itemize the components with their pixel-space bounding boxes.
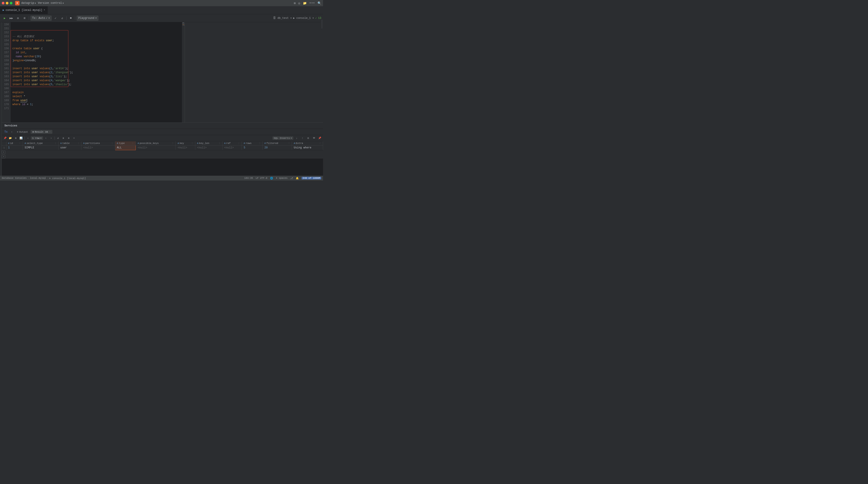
compare-button[interactable]: ⊟ <box>306 136 311 141</box>
import-button[interactable]: ↑ <box>300 136 305 141</box>
breadcrumb-console: ⊳ console_1 [local-mysql] <box>49 177 86 180</box>
playground-dropdown[interactable]: Playground ▾ <box>76 15 98 21</box>
cancel-query-button[interactable]: ⊗ <box>61 136 66 141</box>
cell-select-type: SIMPLE <box>23 146 59 150</box>
col-header-select-type[interactable]: A select_type ⋮ <box>23 141 59 146</box>
col-header-table[interactable]: A table ⋮ <box>58 141 81 146</box>
status-left: Database Consoles › local-mysql › ⊳ cons… <box>2 177 86 180</box>
code-line-151 <box>12 27 182 31</box>
partitions-col-sort[interactable]: ⋮ <box>111 142 113 144</box>
editor-inner: 150 151 152 153 154 155 156 157 158 159 … <box>2 22 185 123</box>
add-row-button[interactable]: + <box>72 136 76 141</box>
stop-button[interactable]: ■ <box>68 15 74 21</box>
cell-partitions: <null> <box>82 146 115 150</box>
tx-chevron-icon: ▾ <box>49 17 50 20</box>
code-editor[interactable]: 150 151 152 153 154 155 156 157 158 159 … <box>2 22 185 123</box>
key-col-sort[interactable]: ⋮ <box>191 142 193 144</box>
folder-icon[interactable]: 📁 <box>303 1 307 5</box>
line-ending: LF UTF-8 <box>256 177 267 180</box>
console-tab-close[interactable]: × <box>44 9 45 11</box>
maximize-window-button[interactable] <box>10 2 12 4</box>
close-window-button[interactable] <box>2 2 4 4</box>
result-tab-close[interactable]: × <box>49 131 50 133</box>
code-line-165: insert into user values(5,'zhaoliu'); <box>12 83 182 87</box>
next-page2-button[interactable]: › <box>49 136 54 141</box>
search-icon[interactable]: 🔍 <box>317 1 321 5</box>
select-type-col-sort[interactable]: ⋮ <box>55 142 57 144</box>
version-control-menu[interactable]: Version control ▾ <box>38 2 64 5</box>
minimize-window-button[interactable] <box>6 2 8 4</box>
table-col-sort[interactable]: ⋮ <box>78 142 80 144</box>
id-col-sort[interactable]: ⋮ <box>19 142 21 144</box>
ref-col-sort[interactable]: ⋮ <box>238 142 240 144</box>
result-table[interactable]: # id ⋮ A select_type ⋮ <box>2 141 323 159</box>
tx-dropdown[interactable]: Tx: Auto ✓ ▾ <box>30 15 52 21</box>
chart-button[interactable]: 📊 <box>19 136 24 141</box>
export-button[interactable]: ↓ <box>294 136 299 141</box>
col-header-extra[interactable]: A Extra ⋮ <box>292 141 323 146</box>
rows-dropdown[interactable]: 1 row ▾ <box>31 136 43 140</box>
col-header-possible-keys[interactable]: A possible_keys ⋮ <box>136 141 176 146</box>
col-header-type[interactable]: A type ⋮ <box>115 141 136 146</box>
select-type-col-label: select_type <box>27 142 43 144</box>
tab-result-38[interactable]: ⊞ Result 38 × <box>31 130 52 134</box>
cell-possible-keys: <null> <box>136 146 176 150</box>
expand-btn-1[interactable]: › <box>2 151 5 154</box>
console-tab[interactable]: ▶ console_1 [local-mysql] × <box>0 6 48 14</box>
select-type-col-icon: A <box>25 142 26 144</box>
type-col-sort[interactable]: ⋮ <box>132 142 134 144</box>
target-icon[interactable]: ◎ <box>298 1 300 5</box>
services-tabs: Tx › ≡ Output ⊞ Result 38 × <box>2 129 323 135</box>
rollback-button[interactable]: ↺ <box>59 15 65 21</box>
expand-btn-2[interactable]: › <box>2 155 5 158</box>
id-col-icon: # <box>8 142 9 144</box>
more-dots-icon[interactable]: ••• <box>309 1 315 5</box>
db-label[interactable]: 🗄 db_test ▾ <box>273 17 292 20</box>
next-page-button[interactable]: › <box>43 136 49 141</box>
col-header-rows[interactable]: # rows ⋮ <box>242 141 263 146</box>
col-header-filtered[interactable]: # filtered ⋮ <box>262 141 292 146</box>
folder-button[interactable]: 📂 <box>8 136 13 141</box>
run-config-button[interactable]: ⚙ <box>15 15 21 21</box>
pin-button[interactable]: 📌 <box>3 136 7 141</box>
notifications-icon[interactable]: 🔔 <box>296 177 299 180</box>
id-col-label: id <box>10 142 13 144</box>
refresh-button[interactable]: ↺ <box>56 136 61 141</box>
code-content[interactable]: -- ALL 类型测试 drop table if exists user; c… <box>11 22 182 123</box>
app-name[interactable]: datagrip ▾ <box>21 2 36 5</box>
key-len-col-sort[interactable]: ⋮ <box>219 142 221 144</box>
filtered-col-sort[interactable]: ⋮ <box>288 142 290 144</box>
commit-button[interactable]: ✓ <box>53 15 58 21</box>
col-header-partitions[interactable]: A partitions ⋮ <box>82 141 115 146</box>
preview-button[interactable]: 👁 <box>312 136 316 141</box>
filtered-col-label: filtered <box>267 142 278 144</box>
console-label[interactable]: ▶ console_1 ▾ <box>293 17 314 20</box>
code-line-160 <box>12 63 182 67</box>
table-row[interactable]: 1 1 SIMPLE user <null> ALL <null> <null>… <box>2 146 323 150</box>
run-button[interactable]: ▶ <box>2 15 7 21</box>
grid-icon[interactable]: ⊞ <box>294 1 296 5</box>
table-col-label: table <box>62 142 70 144</box>
code-line-168: select * <box>12 95 182 98</box>
code-line-152 <box>12 31 182 35</box>
table-button[interactable]: ⊞ <box>13 136 18 141</box>
col-header-key[interactable]: A key ⋮ <box>176 141 195 146</box>
col-header-ref[interactable]: A ref ⋮ <box>222 141 242 146</box>
tab-output[interactable]: ≡ Output <box>15 130 30 134</box>
query-settings-button[interactable]: ⚙ <box>66 136 71 141</box>
extra-col-sort[interactable]: ⋮ <box>319 142 321 144</box>
pin2-button[interactable]: 📌 <box>317 136 322 141</box>
services-expand-btn[interactable]: › <box>9 130 14 134</box>
col-header-key-len[interactable]: A key_len ⋮ <box>195 141 222 146</box>
rows-col-sort[interactable]: ⋮ <box>259 142 261 144</box>
version-control-label: Version control <box>38 2 62 5</box>
key-col-icon: A <box>178 142 179 144</box>
code-line-158: name varchar(20) <box>12 55 182 59</box>
prev-page-button[interactable]: ‹ <box>26 136 30 141</box>
col-header-id[interactable]: # id ⋮ <box>6 141 23 146</box>
sql-inserts-dropdown[interactable]: SQL Inserts ▾ <box>273 136 293 140</box>
run-all-button[interactable]: ▶▶ <box>8 15 14 21</box>
services-tx-btn[interactable]: Tx <box>4 130 8 134</box>
possible-keys-col-sort[interactable]: ⋮ <box>172 142 174 144</box>
toggle-layout-button[interactable]: ⊞ <box>22 15 28 21</box>
